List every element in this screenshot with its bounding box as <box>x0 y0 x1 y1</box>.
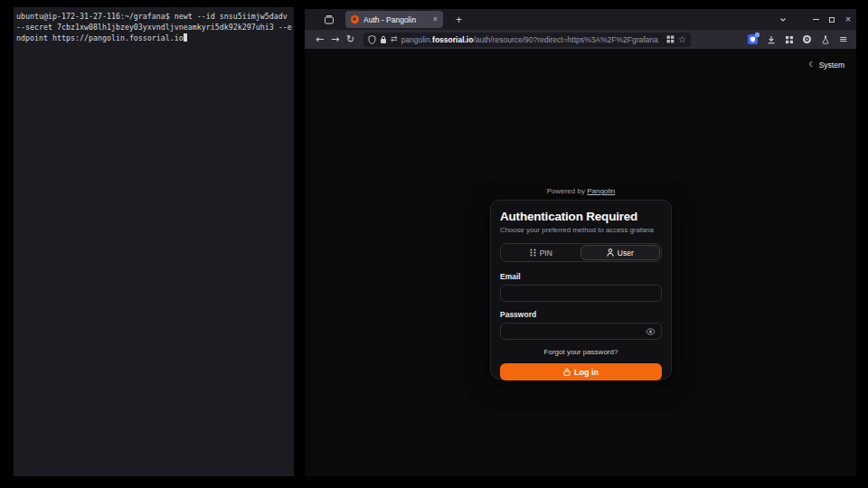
browser-window: Auth - Pangolin × + × ← → ↻ ⇄ pangolin.f… <box>305 9 856 476</box>
eye-toggle-icon[interactable] <box>646 328 656 335</box>
window-controls: × <box>775 13 856 27</box>
auth-page: ☾ System Powered by Pangolin Authenticat… <box>305 49 856 476</box>
password-field-wrap <box>500 323 662 340</box>
bookmark-star-icon[interactable]: ☆ <box>678 35 686 44</box>
pangolin-link[interactable]: Pangolin <box>587 187 615 195</box>
tracking-protection-shield-icon[interactable] <box>368 35 376 44</box>
tab-bar: Auth - Pangolin × + × <box>305 9 856 30</box>
tab-close-icon[interactable]: × <box>433 15 438 23</box>
pangolin-favicon-icon <box>351 15 359 23</box>
back-icon[interactable]: ← <box>312 34 327 44</box>
terminal-cursor <box>184 33 188 42</box>
firefox-view-icon[interactable] <box>323 14 335 26</box>
login-button[interactable]: Log in <box>500 363 662 380</box>
url-bar[interactable]: ⇄ pangolin.fossorial.io/auth/resource/90… <box>363 33 691 47</box>
password-field[interactable] <box>506 327 646 336</box>
tab-user-label: User <box>618 249 634 258</box>
card-subtitle: Choose your preferred method to access g… <box>500 226 662 234</box>
password-label: Password <box>500 310 662 319</box>
extension-badge <box>755 33 760 37</box>
url-text: pangolin.fossorial.io/auth/resource/90?r… <box>401 35 659 44</box>
tab-pin[interactable]: PIN <box>502 245 580 260</box>
url-path: /auth/resource/90?redirect=https%3A%2F%2… <box>473 35 659 44</box>
window-close-button[interactable]: × <box>840 13 856 27</box>
tab-auth-pangolin[interactable]: Auth - Pangolin × <box>345 11 443 28</box>
terminal-line: --secret 7cbz1xw08lh1jbzey03yxvndljvneam… <box>16 22 292 33</box>
reload-icon[interactable]: ↻ <box>343 34 358 44</box>
auth-card: Authentication Required Choose your pref… <box>490 200 672 380</box>
password-manager-extension-icon[interactable] <box>747 33 759 45</box>
maximize-button[interactable] <box>824 13 840 27</box>
grid-icon[interactable] <box>666 35 675 43</box>
extensions-grid-icon[interactable] <box>783 33 795 45</box>
tab-user[interactable]: User <box>580 245 661 260</box>
toolbar-extension-icons: ≡ <box>747 33 849 45</box>
flask-extension-icon[interactable] <box>819 33 831 45</box>
email-label: Email <box>500 272 662 281</box>
forward-icon[interactable]: → <box>327 34 343 44</box>
terminal-window[interactable]: ubuntu@ip-172-31-27-116:~/grafana$ newt … <box>14 7 294 476</box>
moon-icon: ☾ <box>808 61 815 69</box>
keypad-icon <box>530 249 536 257</box>
email-field[interactable] <box>506 289 656 298</box>
auth-method-tabs: PIN User <box>500 243 662 262</box>
terminal-line: ndpoint https://pangolin.fossorial.io <box>16 33 292 43</box>
url-domain: fossorial.io <box>432 35 473 44</box>
tab-pin-label: PIN <box>540 249 552 258</box>
card-title: Authentication Required <box>500 210 662 223</box>
record-circle-extension-icon[interactable] <box>801 33 813 45</box>
container-arrows-icon[interactable]: ⇄ <box>391 35 398 43</box>
login-lock-icon <box>563 368 571 376</box>
new-tab-button[interactable]: + <box>452 14 466 25</box>
theme-selector-button[interactable]: ☾ System <box>808 61 844 70</box>
lock-icon[interactable] <box>380 35 387 44</box>
navigation-toolbar: ← → ↻ ⇄ pangolin.fossorial.io/auth/resou… <box>305 30 856 49</box>
minimize-button[interactable] <box>807 13 824 27</box>
list-all-tabs-icon[interactable] <box>775 13 791 27</box>
terminal-line: ubuntu@ip-172-31-27-116:~/grafana$ newt … <box>16 11 292 22</box>
login-button-label: Log in <box>574 368 599 377</box>
theme-label: System <box>819 61 844 70</box>
downloads-icon[interactable] <box>765 33 777 45</box>
terminal-line-text: ndpoint https://pangolin.fossorial.io <box>16 33 184 42</box>
user-icon <box>607 249 614 257</box>
powered-by: Powered by Pangolin <box>490 187 672 195</box>
email-field-wrap <box>500 285 662 302</box>
tab-title: Auth - Pangolin <box>363 15 429 24</box>
forgot-password-link[interactable]: Forgot your password? <box>500 348 662 356</box>
menu-hamburger-icon[interactable]: ≡ <box>837 33 849 45</box>
